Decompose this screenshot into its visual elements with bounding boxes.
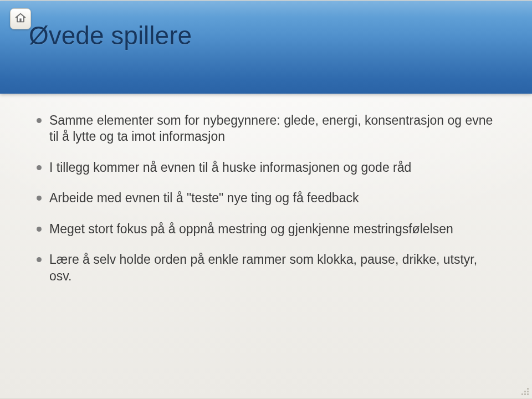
list-item: Meget stort fokus på å oppnå mestring og…	[37, 221, 495, 237]
bullet-text: Samme elementer som for nybegynnere: gle…	[49, 112, 495, 145]
bullet-icon	[37, 165, 42, 170]
resize-grip-icon	[519, 385, 529, 395]
home-button[interactable]	[10, 8, 31, 29]
list-item: Arbeide med evnen til å "teste" nye ting…	[37, 190, 495, 206]
slide-title: Øvede spillere	[29, 21, 192, 50]
bullet-text: Meget stort fokus på å oppnå mestring og…	[49, 221, 495, 237]
list-item: Lære å selv holde orden på enkle rammer …	[37, 252, 495, 284]
bullet-icon	[37, 118, 42, 123]
slide: Øvede spillere Samme elementer som for n…	[0, 0, 532, 399]
bullet-text: Arbeide med evnen til å "teste" nye ting…	[49, 190, 495, 206]
bullet-icon	[37, 257, 42, 262]
bullet-text: Lære å selv holde orden på enkle rammer …	[49, 252, 495, 284]
list-item: Samme elementer som for nybegynnere: gle…	[37, 112, 495, 145]
bullet-list: Samme elementer som for nybegynnere: gle…	[37, 112, 495, 299]
home-icon	[14, 12, 27, 26]
bullet-text: I tillegg kommer nå evnen til å huske in…	[49, 160, 495, 176]
bullet-icon	[37, 227, 42, 232]
list-item: I tillegg kommer nå evnen til å huske in…	[37, 160, 495, 176]
svg-rect-0	[19, 18, 21, 22]
bullet-icon	[37, 196, 42, 201]
